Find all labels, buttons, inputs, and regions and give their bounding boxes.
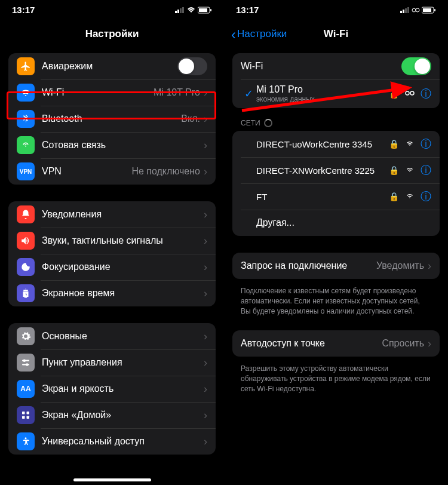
chevron-right-icon: ›: [204, 235, 207, 247]
status-bar: 13:17: [224, 0, 448, 17]
svg-point-10: [26, 363, 29, 366]
wifi-signal-icon: [405, 165, 415, 176]
svg-point-25: [406, 91, 409, 95]
svg-point-20: [412, 8, 416, 12]
row-sounds[interactable]: Звуки, тактильные сигналы ›: [8, 228, 216, 254]
svg-rect-17: [403, 10, 404, 13]
ask-value: Уведомить: [376, 260, 424, 271]
row-value: Не подключено: [131, 166, 200, 177]
status-time: 13:17: [236, 5, 259, 15]
status-icons: [400, 7, 436, 14]
chevron-right-icon: ›: [204, 435, 207, 448]
svg-rect-0: [175, 11, 177, 13]
wifi-label: Wi-Fi: [241, 61, 401, 72]
network-sub: экономия данных: [256, 95, 389, 103]
svg-point-9: [23, 359, 26, 362]
svg-rect-11: [22, 412, 25, 415]
vpn-icon: VPN: [17, 162, 35, 180]
row-control-center[interactable]: Пункт управления ›: [8, 349, 216, 376]
display-icon: AA: [17, 380, 35, 398]
header: Настройки: [0, 17, 224, 53]
row-label: Основные: [42, 331, 204, 342]
row-label: Экранное время: [42, 288, 204, 299]
back-button[interactable]: ‹ Настройки: [231, 28, 287, 40]
status-time: 13:17: [12, 5, 35, 15]
row-network[interactable]: DIRECT-XNWorkCentre 3225 🔒 ⓘ: [232, 157, 440, 183]
row-label: Фокусирование: [42, 262, 204, 272]
checkmark-icon: ✓: [241, 87, 256, 100]
row-network[interactable]: DIRECT-uoWorkCentre 3345 🔒 ⓘ: [232, 131, 440, 157]
row-label: Универсальный доступ: [42, 436, 204, 447]
row-display[interactable]: AA Экран и яркость ›: [8, 376, 216, 402]
chevron-left-icon: ‹: [231, 29, 236, 39]
hotspot-footer: Разрешить этому устройству автоматически…: [224, 360, 448, 394]
svg-rect-12: [27, 412, 30, 415]
network-name: FT: [256, 192, 389, 202]
chevron-right-icon: ›: [204, 113, 207, 125]
screentime-icon: [17, 284, 35, 302]
focus-icon: [17, 258, 35, 276]
info-icon[interactable]: ⓘ: [421, 137, 431, 151]
notifications-icon: [17, 205, 35, 223]
info-icon[interactable]: ⓘ: [421, 163, 431, 177]
svg-rect-5: [199, 8, 207, 12]
row-connected-network[interactable]: ✓ Mi 10T Pro экономия данных 🔒 ⓘ: [232, 79, 440, 108]
row-label: Звуки, тактильные сигналы: [42, 235, 204, 246]
row-label: VPN: [42, 166, 131, 177]
chevron-right-icon: ›: [428, 260, 431, 272]
row-notifications[interactable]: Уведомления ›: [8, 201, 216, 228]
row-label: Пункт управления: [42, 357, 204, 368]
lock-icon: 🔒: [389, 165, 399, 175]
row-other-network[interactable]: Другая...: [232, 210, 440, 236]
row-screentime[interactable]: Экранное время ›: [8, 280, 216, 306]
svg-point-26: [410, 91, 414, 95]
svg-rect-16: [400, 11, 402, 13]
chevron-right-icon: ›: [204, 409, 207, 422]
row-label: Wi-Fi: [42, 87, 154, 98]
chevron-right-icon: ›: [428, 337, 431, 350]
row-airplane[interactable]: Авиарежим: [8, 53, 216, 79]
svg-rect-19: [407, 7, 409, 13]
chevron-right-icon: ›: [204, 261, 207, 274]
status-bar: 13:17: [0, 0, 224, 17]
status-icons: [175, 7, 212, 14]
connected-info: Mi 10T Pro экономия данных: [256, 84, 389, 103]
row-general[interactable]: Основные ›: [8, 323, 216, 349]
wifi-toggle[interactable]: [401, 57, 431, 75]
row-network[interactable]: FT 🔒 ⓘ: [232, 183, 440, 210]
svg-rect-18: [405, 8, 407, 13]
control-icon: [17, 354, 35, 372]
row-cellular[interactable]: Сотовая связь ›: [8, 132, 216, 158]
cellular-icon: [17, 136, 35, 154]
row-home-screen[interactable]: Экран «Домой» ›: [8, 402, 216, 428]
airplane-toggle[interactable]: [177, 57, 207, 75]
row-label: Экран «Домой»: [42, 410, 204, 420]
accessibility-icon: [17, 432, 35, 450]
row-bluetooth[interactable]: Bluetooth Вкл. ›: [8, 106, 216, 132]
lock-icon: 🔒: [389, 89, 399, 99]
row-value: Mi 10T Pro: [154, 87, 200, 98]
network-name: DIRECT-uoWorkCentre 3345: [256, 139, 389, 149]
general-icon: [17, 327, 35, 345]
wifi-main-group: Wi-Fi ✓ Mi 10T Pro экономия данных 🔒 ⓘ: [232, 53, 440, 108]
home-indicator[interactable]: [73, 478, 151, 481]
hotspot-value: Спросить: [382, 338, 424, 349]
network-icons: 🔒 ⓘ: [389, 87, 431, 101]
header: ‹ Настройки Wi-Fi: [224, 17, 448, 53]
info-icon[interactable]: ⓘ: [421, 189, 431, 204]
row-focus[interactable]: Фокусирование ›: [8, 254, 216, 280]
airplane-icon: [17, 57, 35, 75]
row-label: Экран и яркость: [42, 383, 204, 394]
row-auto-hotspot[interactable]: Автодоступ к точке Спросить ›: [232, 330, 440, 357]
row-ask-to-join[interactable]: Запрос на подключение Уведомить ›: [232, 253, 440, 279]
row-wifi[interactable]: Wi-Fi Mi 10T Pro ›: [8, 79, 216, 106]
info-icon[interactable]: ⓘ: [421, 87, 431, 101]
svg-point-15: [25, 437, 27, 439]
svg-rect-3: [182, 7, 184, 13]
ask-label: Запрос на подключение: [241, 260, 376, 271]
row-accessibility[interactable]: Универсальный доступ ›: [8, 428, 216, 455]
network-name: Mi 10T Pro: [256, 84, 389, 95]
svg-rect-1: [177, 10, 179, 13]
row-vpn[interactable]: VPN VPN Не подключено ›: [8, 158, 216, 185]
networks-label: СЕТИ: [224, 119, 448, 131]
